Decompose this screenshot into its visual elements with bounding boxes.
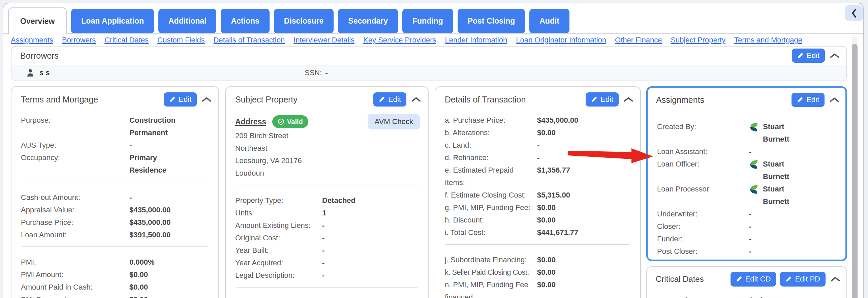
link-terms-and-mortgage[interactable]: Terms and Mortgage [734, 36, 802, 44]
tab-post-closing[interactable]: Post Closing [458, 9, 525, 33]
field-row: d. Refinance:- [435, 151, 640, 164]
field-row: AUS Type:- [11, 139, 218, 151]
ssn-label: SSN: [305, 68, 322, 77]
field-row: Underwriter:- [648, 208, 845, 220]
borrower-row[interactable]: s s SSN:- [11, 65, 846, 81]
subject-property-collapse-chevron[interactable] [411, 96, 421, 102]
borrowers-collapse-chevron[interactable] [830, 53, 840, 59]
tab-bar: Overview Loan Application Additional Act… [8, 7, 569, 34]
subject-property-title: Subject Property [235, 93, 373, 106]
terms-and-mortgage-panel: Terms and Mortgage Edit Purpose:Construc… [11, 86, 219, 298]
tab-secondary[interactable]: Secondary [338, 9, 398, 33]
address-line: Leesburg, VA 20176 [226, 154, 428, 167]
terms-and-mortgage-collapse-chevron[interactable] [202, 96, 212, 102]
borrowers-edit-button[interactable]: Edit [792, 49, 825, 63]
field-row: b. Alterations:$0.00 [435, 126, 640, 139]
critical-dates-panel: Critical Dates Edit CD Edit PD Approved:… [646, 266, 847, 298]
divider [445, 244, 630, 245]
field-row: j. Subordinate Financing:$0.00 [435, 254, 640, 266]
link-interviewer-details[interactable]: Interviewer Details [293, 36, 354, 44]
check-circle-icon [278, 118, 284, 125]
divider [22, 246, 208, 247]
address-valid-badge: Valid [272, 115, 308, 128]
assignments-edit-button[interactable]: Edit [792, 93, 825, 107]
chevron-up-icon [623, 96, 633, 102]
details-of-transaction-edit-button[interactable]: Edit [586, 92, 619, 107]
field-row: Property Type:Detached [226, 194, 428, 207]
collapse-sidebar-button[interactable] [845, 5, 863, 21]
proposed-housing-expense-heading: Proposed Housing Expense [226, 296, 428, 298]
field-row: Purpose:Construction Permanent [11, 114, 218, 139]
field-row: Created By: Stuart Burnett [648, 120, 845, 145]
tab-funding[interactable]: Funding [402, 9, 453, 33]
field-row: Appraisal Value:$435,000.00 [11, 204, 218, 216]
field-row: Loan Amount:$391,500.00 [11, 229, 218, 241]
subject-property-panel: Subject Property Edit Address Valid AVM … [225, 86, 429, 298]
company-logo-icon [749, 159, 758, 173]
pencil-icon [379, 96, 385, 102]
chevron-up-icon [829, 97, 839, 103]
field-row: Closer:- [648, 220, 845, 233]
tab-disclosure[interactable]: Disclosure [274, 9, 334, 33]
divider [236, 185, 418, 185]
field-row: Legal Description:- [226, 269, 428, 281]
critical-dates-collapse-chevron[interactable] [830, 276, 840, 282]
divider [22, 182, 208, 182]
borrowers-panel: Borrowers Edit s s SSN:- [11, 46, 847, 81]
ssn-value: - [325, 68, 328, 77]
person-icon [27, 69, 34, 77]
link-assignments[interactable]: Assignments [11, 36, 53, 44]
field-row: Original Cost:- [226, 232, 428, 244]
address-line: 209 Birch Street [226, 129, 428, 142]
field-row: PMI Amount:$0.00 [11, 268, 218, 281]
field-row: k. Seller Paid Closing Cost:$0.00 [435, 266, 640, 278]
assignments-title: Assignments [656, 93, 792, 107]
company-logo-icon [749, 184, 758, 198]
tab-audit[interactable]: Audit [529, 9, 569, 33]
subject-property-edit-button[interactable]: Edit [373, 92, 406, 107]
section-links: Assignments Borrowers Critical Dates Cus… [11, 36, 802, 44]
assignments-collapse-chevron[interactable] [829, 97, 839, 103]
field-row: Funder:- [648, 233, 845, 245]
pencil-icon [797, 97, 803, 103]
tab-additional[interactable]: Additional [158, 9, 216, 33]
pencil-icon [591, 96, 597, 102]
field-row: Occupancy:Primary Residence [11, 151, 218, 176]
tab-actions[interactable]: Actions [221, 9, 269, 33]
scrollbar-thumb[interactable] [852, 44, 858, 298]
terms-and-mortgage-edit-button[interactable]: Edit [164, 92, 197, 107]
field-row: PMI Financed:$0.00 [11, 293, 218, 298]
tab-loan-application[interactable]: Loan Application [71, 9, 154, 33]
link-details-of-transaction[interactable]: Details of Transaction [214, 36, 285, 44]
field-row: h. Discount:$0.00 [435, 214, 640, 226]
pencil-icon [797, 53, 803, 59]
field-row: c. Land:- [435, 139, 640, 151]
avm-check-button[interactable]: AVM Check [368, 114, 420, 129]
address-line: Loudoun [226, 167, 428, 179]
chevron-left-icon [850, 8, 857, 18]
link-lender-information[interactable]: Lender Information [445, 36, 507, 44]
address-line: Northeast [226, 142, 428, 154]
link-loan-originator-information[interactable]: Loan Originator Information [516, 36, 606, 44]
edit-pd-button[interactable]: Edit PD [780, 272, 826, 287]
edit-cd-button[interactable]: Edit CD [731, 272, 776, 287]
field-row: Year Built:- [226, 244, 428, 257]
link-key-service-providers[interactable]: Key Service Providers [363, 36, 436, 44]
pencil-icon [736, 276, 742, 282]
address-label[interactable]: Address [235, 116, 266, 128]
link-borrowers[interactable]: Borrowers [62, 36, 96, 44]
link-subject-property[interactable]: Subject Property [671, 36, 725, 44]
link-critical-dates[interactable]: Critical Dates [104, 36, 149, 44]
field-row: Units:1 [226, 207, 428, 219]
link-other-finance[interactable]: Other Finance [615, 36, 662, 44]
field-row: n. PMI, MIP, Funding Fee financed:$0.00 [435, 278, 640, 298]
details-of-transaction-collapse-chevron[interactable] [623, 96, 633, 102]
divider [236, 287, 418, 288]
field-row: Amount Paid in Cash:$0.00 [11, 281, 218, 293]
chevron-up-icon [830, 53, 840, 59]
field-row: a. Purchase Price:$435,000.00 [435, 114, 640, 126]
details-of-transaction-title: Details of Transaction [445, 93, 586, 106]
company-logo-icon [749, 122, 758, 136]
link-custom-fields[interactable]: Custom Fields [157, 36, 205, 44]
tab-overview[interactable]: Overview [8, 7, 67, 34]
